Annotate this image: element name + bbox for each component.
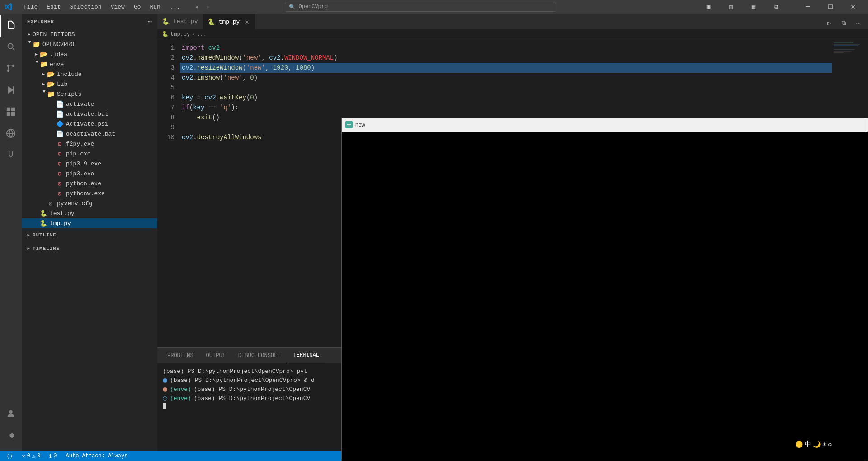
sidebar-item-tmp-py[interactable]: 🐍 tmp.py [22,218,157,228]
status-attach[interactable]: Auto Attach: Always [63,451,131,461]
sidebar-item-activate[interactable]: 📄 activate [22,99,157,109]
sidebar-item-test-py[interactable]: 🐍 test.py [22,208,157,218]
lib-label: Lib [57,81,67,88]
maximize-btn[interactable]: □ [820,0,841,14]
minimize-btn[interactable]: ─ [797,0,818,14]
tab-tmp-py[interactable]: 🐍 tmp.py ✕ [203,14,256,29]
status-errors[interactable]: ✕ 0 ⚠ 0 [19,451,43,461]
pip3-label: pip3.exe [66,170,94,177]
sidebar-item-activate-bat[interactable]: 📄 activate.bat [22,109,157,119]
num-0: 0 [250,73,254,83]
menu-view[interactable]: View [107,3,128,11]
tab-close-btn[interactable]: ✕ [243,18,250,25]
menu-edit[interactable]: Edit [43,3,64,11]
activity-item-run[interactable] [0,80,22,102]
more-actions-btn[interactable]: ⋯ [852,17,864,29]
menu-go[interactable]: Go [130,3,145,11]
cv-window-titlebar: new [342,118,868,132]
window-controls: ▣ ▥ ▦ ⧉ ─ □ ✕ [698,0,863,14]
menu-more[interactable]: ... [166,3,184,11]
breadcrumb-more[interactable]: ... [197,31,207,38]
pip39-label: pip3.9.exe [66,160,101,167]
project-label: OPENCVPRO [42,41,74,48]
sidebar-item-python[interactable]: ⚙ python.exe [22,179,157,188]
layout-btn-1[interactable]: ▣ [698,0,719,14]
activity-item-remote[interactable] [0,124,22,146]
menu-run[interactable]: Run [146,3,164,11]
sidebar-item-pythonw[interactable]: ⚙ pythonw.exe [22,188,157,198]
sidebar-item-idea[interactable]: ▶ 📂 .idea [22,49,157,59]
sidebar-tree: ▶ OPEN EDITORS ▶ 📁 OPENCVPRO ▶ 📂 .idea ▶… [22,29,157,451]
tab-terminal[interactable]: TERMINAL [287,348,326,363]
term-text-2: (base) PS D:\pythonProject\OpenCVpro> & … [170,376,315,385]
run-code-btn[interactable]: ▷ [823,17,835,29]
file-icon: 📄 [56,100,63,108]
sidebar-item-scripts[interactable]: ▶ 📁 Scripts [22,89,157,99]
menu-file[interactable]: File [20,3,41,11]
tab-test-py[interactable]: 🐍 test.py [157,14,203,29]
pyvenv-label: pyvenv.cfg [57,200,92,207]
sidebar-item-enve[interactable]: ▶ 📁 enve [22,59,157,69]
cv2-ref5: cv2 [204,93,216,103]
sidebar-item-pyvenv[interactable]: ⚙ pyvenv.cfg [22,198,157,208]
search-bar[interactable]: 🔍 OpenCVpro [285,2,556,12]
tab-problems[interactable]: PROBLEMS [161,348,200,363]
code-line-4: cv2.imshow('new', 0) [180,73,832,83]
sidebar-item-pip3[interactable]: ⚙ pip3.exe [22,169,157,179]
sidebar-item-pip39[interactable]: ⚙ pip3.9.exe [22,159,157,169]
sidebar-section-project[interactable]: ▶ 📁 OPENCVPRO [22,39,157,49]
tab-output[interactable]: OUTPUT [200,348,232,363]
split-editor-btn[interactable]: ⧉ [837,17,850,29]
sidebar-section-timeline[interactable]: ▶ TIMELINE [22,242,157,255]
sidebar-item-lib[interactable]: ▶ 📂 Lib [22,79,157,89]
sidebar-section-open-editors[interactable]: ▶ OPEN EDITORS [22,29,157,39]
activity-item-explorer[interactable] [0,15,22,37]
sidebar-item-activate-ps1[interactable]: 🔷 Activate.ps1 [22,119,157,129]
sidebar-new-file[interactable]: ⋯ [147,17,152,26]
exe-file-icon-3: ⚙ [56,160,63,167]
chevron-down-icon: ▶ [40,90,47,98]
activity-item-testing[interactable] [0,146,22,167]
activate-label: activate [66,101,94,108]
tab-py-icon: 🐍 [162,18,170,25]
term-dot-orange-1 [163,387,167,392]
code-line-6: key = cv2.waitKey(0) [180,93,832,103]
search-icon [6,42,16,54]
menu-selection[interactable]: Selection [66,3,105,11]
activity-item-search[interactable] [0,37,22,59]
sidebar-item-pip[interactable]: ⚙ pip.exe [22,149,157,159]
pythonw-label: pythonw.exe [66,190,105,197]
status-remote-btn[interactable]: ⟨⟩ [4,451,15,461]
term-enve-1: (enve) [170,385,191,394]
layout-btn-2[interactable]: ▥ [721,0,741,14]
tab-debug-console[interactable]: DEBUG CONSOLE [232,348,287,363]
activity-item-accounts[interactable] [0,404,22,426]
sidebar-item-deactivate-bat[interactable]: 📄 deactivate.bat [22,129,157,139]
activity-item-source-control[interactable] [0,59,22,80]
sidebar-item-include[interactable]: ▶ 📂 Include [22,69,157,79]
svg-rect-8 [7,112,10,116]
activity-item-settings[interactable] [0,426,22,447]
status-info[interactable]: ℹ 0 [47,451,59,461]
chevron-right-icon: ▶ [40,71,47,78]
sidebar-item-f2py[interactable]: ⚙ f2py.exe [22,139,157,149]
chevron-right-icon: ▶ [33,51,40,58]
breadcrumb-file[interactable]: tmp.py [170,31,190,38]
nav-back[interactable]: ◂ [194,2,199,11]
folder-open-icon: 📁 [40,61,47,68]
bat-file-icon-2: 📄 [56,130,63,137]
cv-window[interactable]: new [341,118,868,461]
folder-icon: 📂 [47,80,54,88]
sidebar-header: EXPLORER ⋯ [22,14,157,29]
bat-file-icon: 📄 [56,110,63,118]
titlebar: File Edit Selection View Go Run ... ◂ ▸ … [0,0,868,14]
layout-btn-4[interactable]: ⧉ [766,0,787,14]
ime-light: ☀ [822,441,826,448]
sidebar-section-outline[interactable]: ▶ OUTLINE [22,228,157,242]
exe-file-icon-6: ⚙ [56,190,63,197]
nav-forward[interactable]: ▸ [206,2,211,11]
close-btn[interactable]: ✕ [843,0,863,14]
activity-item-extensions[interactable] [0,102,22,124]
layout-btn-3[interactable]: ▦ [743,0,764,14]
num-1920: 1920 [273,63,288,73]
